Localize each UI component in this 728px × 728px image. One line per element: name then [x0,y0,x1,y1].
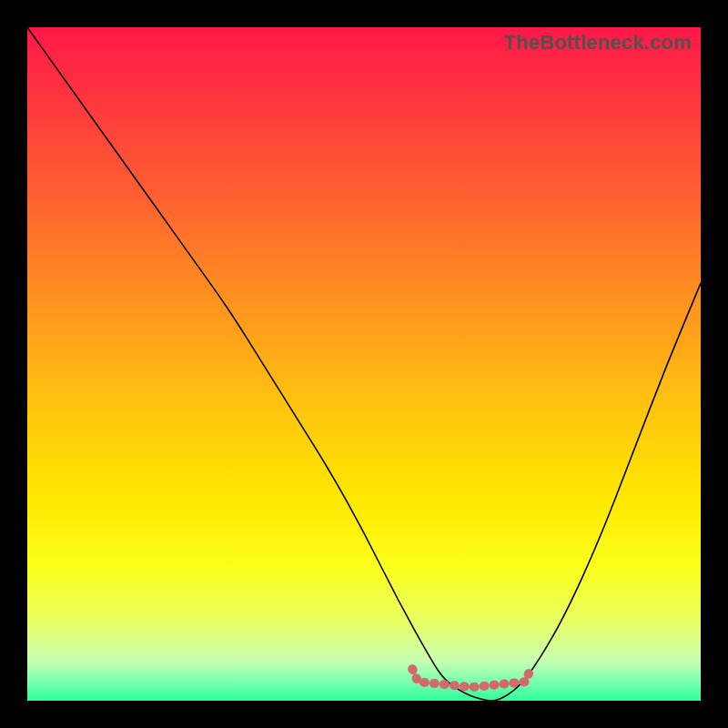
flat-region-marker [412,667,531,687]
chart-svg [27,27,701,701]
bottleneck-curve [27,27,701,701]
chart-plot-area: TheBottleneck.com [27,27,701,701]
